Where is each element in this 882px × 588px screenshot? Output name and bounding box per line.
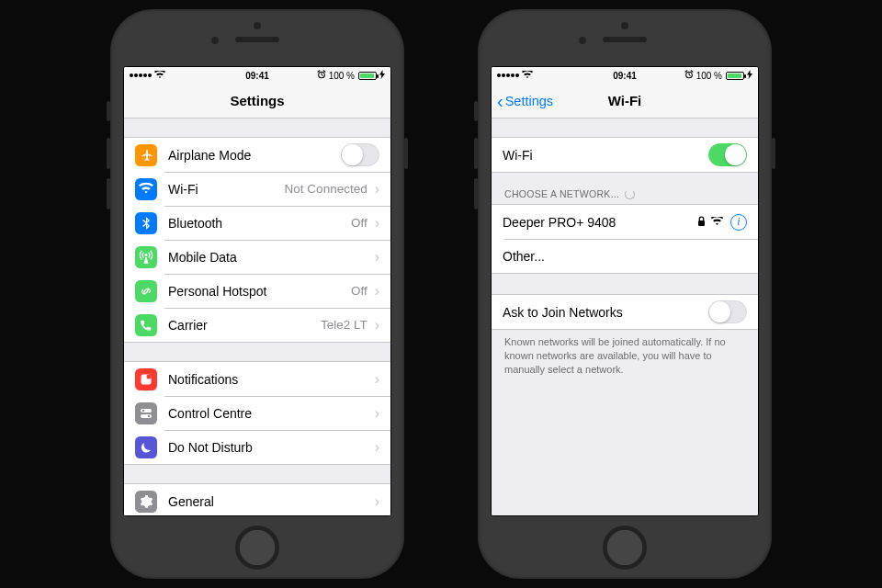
- wifi-icon: [135, 178, 157, 200]
- mute-switch: [107, 101, 110, 121]
- svg-point-6: [148, 414, 151, 417]
- spinner-icon: [625, 189, 635, 199]
- info-icon[interactable]: i: [730, 214, 747, 231]
- volume-down: [474, 178, 478, 209]
- ask-footer-text: Known networks will be joined automatica…: [492, 330, 758, 382]
- network-row[interactable]: Deeper PRO+ 9408 i: [492, 205, 758, 239]
- page-title: Wi-Fi: [608, 93, 642, 108]
- wifi-signal-icon: [711, 217, 723, 228]
- ask-label: Ask to Join Networks: [503, 305, 708, 320]
- signal-dots-icon: [497, 74, 519, 77]
- airplane-icon: [135, 144, 157, 166]
- home-button[interactable]: [235, 526, 279, 570]
- page-title: Settings: [230, 93, 284, 108]
- settings-row-personal-hotspot[interactable]: Personal HotspotOff›: [124, 274, 390, 308]
- other-label: Other...: [503, 249, 747, 264]
- row-label: Carrier: [168, 318, 321, 333]
- chevron-left-icon: ‹: [497, 92, 503, 110]
- settings-row-carrier[interactable]: CarrierTele2 LT›: [124, 308, 390, 342]
- choose-network-header: CHOOSE A NETWORK...: [492, 184, 758, 204]
- screen-wifi: 09:41 100 % ‹ Settings Wi-Fi: [491, 66, 759, 516]
- camera: [579, 37, 586, 44]
- mute-switch: [474, 101, 478, 121]
- status-bar: 09:41 100 %: [124, 67, 390, 84]
- lock-icon: [697, 216, 706, 229]
- alarm-icon: [317, 70, 326, 81]
- wifi-toggle-row[interactable]: Wi-Fi: [492, 138, 758, 172]
- settings-row-wi-fi[interactable]: Wi-FiNot Connected›: [124, 172, 390, 206]
- back-label: Settings: [505, 94, 553, 108]
- bell-icon: [135, 368, 157, 390]
- sensor: [254, 22, 261, 29]
- wifi-content[interactable]: Wi-Fi CHOOSE A NETWORK... Deeper PRO+ 94…: [492, 119, 758, 515]
- battery-percent: 100 %: [329, 71, 355, 81]
- power-button: [772, 138, 775, 169]
- settings-row-general[interactable]: General›: [124, 484, 390, 515]
- svg-point-4: [142, 409, 145, 412]
- volume-up: [474, 138, 478, 169]
- settings-row-mobile-data[interactable]: Mobile Data›: [124, 240, 390, 274]
- row-label: Airplane Mode: [168, 148, 341, 163]
- wifi-status-icon: [154, 71, 165, 81]
- camera: [211, 37, 219, 44]
- settings-row-bluetooth[interactable]: BluetoothOff›: [124, 206, 390, 240]
- settings-row-airplane-mode[interactable]: Airplane Mode: [124, 138, 390, 172]
- row-value: Off: [351, 216, 368, 230]
- alarm-icon: [684, 70, 694, 81]
- charging-icon: [379, 70, 385, 81]
- power-button: [404, 138, 408, 169]
- chevron-right-icon: ›: [375, 215, 379, 232]
- settings-row-control-centre[interactable]: Control Centre›: [124, 396, 390, 430]
- antenna-icon: [135, 246, 157, 268]
- ask-toggle[interactable]: [708, 300, 747, 323]
- row-label: Bluetooth: [168, 216, 351, 231]
- volume-down: [107, 178, 110, 209]
- sensor: [621, 22, 628, 29]
- home-button[interactable]: [603, 526, 647, 570]
- other-network-row[interactable]: Other...: [492, 239, 758, 273]
- row-value: Off: [351, 284, 368, 298]
- chevron-right-icon: ›: [375, 249, 379, 266]
- signal-dots-icon: [130, 74, 152, 77]
- phone-icon: [135, 314, 157, 336]
- bluetooth-icon: [135, 212, 157, 234]
- chevron-right-icon: ›: [375, 181, 379, 198]
- phone-left: 09:41 100 % Settings Airplane ModeWi-FiN…: [110, 9, 404, 579]
- volume-up: [107, 138, 110, 169]
- nav-bar: ‹ Settings Wi-Fi: [492, 84, 758, 119]
- row-value: Not Connected: [285, 182, 368, 196]
- ask-to-join-row[interactable]: Ask to Join Networks: [492, 295, 758, 329]
- row-value: Tele2 LT: [321, 318, 368, 332]
- row-label: Do Not Disturb: [168, 440, 371, 455]
- status-time: 09:41: [245, 71, 269, 81]
- charging-icon: [747, 70, 752, 81]
- battery-icon: [726, 72, 744, 80]
- link-icon: [135, 280, 157, 302]
- wifi-label: Wi-Fi: [503, 148, 708, 163]
- toggle[interactable]: [341, 143, 379, 166]
- battery-percent: 100 %: [696, 71, 722, 81]
- row-label: General: [168, 494, 371, 509]
- back-button[interactable]: ‹ Settings: [497, 84, 553, 118]
- choose-network-label: CHOOSE A NETWORK...: [504, 188, 619, 199]
- row-label: Notifications: [168, 372, 371, 387]
- settings-row-do-not-disturb[interactable]: Do Not Disturb›: [124, 430, 390, 464]
- row-label: Mobile Data: [168, 250, 371, 265]
- screen-settings: 09:41 100 % Settings Airplane ModeWi-FiN…: [123, 66, 391, 516]
- row-label: Control Centre: [168, 406, 371, 421]
- chevron-right-icon: ›: [375, 405, 379, 422]
- status-time: 09:41: [613, 71, 637, 81]
- speaker: [235, 37, 279, 42]
- battery-icon: [358, 72, 377, 80]
- chevron-right-icon: ›: [375, 371, 379, 388]
- chevron-right-icon: ›: [375, 493, 379, 510]
- settings-content[interactable]: Airplane ModeWi-FiNot Connected›Bluetoot…: [124, 119, 390, 515]
- settings-row-notifications[interactable]: Notifications›: [124, 362, 390, 396]
- wifi-toggle[interactable]: [708, 143, 747, 166]
- phone-right: 09:41 100 % ‹ Settings Wi-Fi: [478, 9, 772, 579]
- wifi-status-icon: [522, 71, 533, 81]
- chevron-right-icon: ›: [375, 317, 379, 334]
- svg-rect-8: [698, 220, 705, 226]
- svg-point-2: [147, 374, 152, 379]
- row-label: Wi-Fi: [168, 182, 285, 197]
